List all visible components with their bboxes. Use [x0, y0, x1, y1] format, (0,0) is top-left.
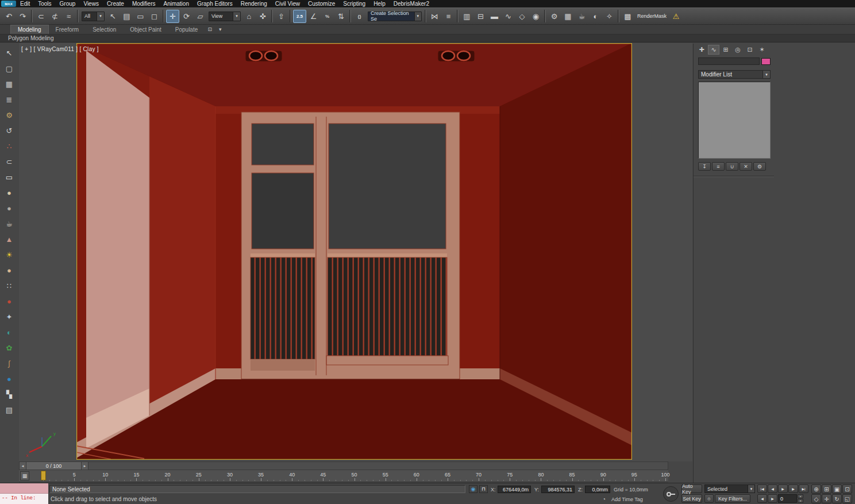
keyboard-shortcut-override-icon[interactable]: ⇧	[275, 10, 288, 23]
play-animation-button[interactable]: ▶	[778, 484, 788, 493]
spinner-down-icon[interactable]: ▾	[798, 499, 803, 503]
sun-icon[interactable]: ☀	[2, 248, 16, 261]
redo-icon[interactable]: ↷	[16, 10, 29, 23]
grid-icon[interactable]: ▦	[2, 77, 16, 91]
key-mode-toggle[interactable]: ○	[704, 494, 714, 503]
previous-frame-button[interactable]: ◀	[768, 484, 777, 493]
x-coordinate-field[interactable]: 676449,0m	[498, 486, 531, 493]
menu-animation[interactable]: Animation	[159, 0, 192, 7]
object-name-field[interactable]	[698, 57, 760, 65]
render-production-icon[interactable]: ☕	[575, 10, 588, 23]
document-icon[interactable]: ▤	[2, 403, 16, 417]
undo-icon[interactable]: ↶	[2, 10, 16, 23]
next-frame-button[interactable]: ▶	[788, 484, 798, 493]
next-frame-arrow[interactable]: ►	[82, 462, 88, 470]
utilities-tab-icon[interactable]: ✶	[756, 45, 768, 55]
select-and-move-icon[interactable]: ✛	[166, 10, 179, 23]
selection-lock-toggle[interactable]: ⊓	[479, 485, 488, 493]
tab-modeling[interactable]: Modeling	[10, 25, 49, 34]
spinner-snap-toggle-icon[interactable]: ⇅	[334, 10, 348, 23]
select-cursor-icon[interactable]: ↖	[2, 46, 16, 60]
modifier-list-dropdown[interactable]: Modifier List ▾	[698, 70, 771, 79]
select-by-name-icon[interactable]: ▤	[120, 10, 133, 23]
menu-debrismaker2[interactable]: DebrisMaker2	[390, 0, 433, 7]
reference-coordinate-system-dropdown[interactable]: View▾	[209, 11, 241, 21]
panel-icon[interactable]: ≣	[2, 93, 16, 106]
menu-graph-editors[interactable]: Graph Editors	[193, 0, 237, 7]
rendered-frame-window-icon[interactable]: ▦	[561, 10, 575, 23]
mirror-icon[interactable]: ⋈	[428, 10, 441, 23]
sphere-tan-icon[interactable]: ●	[2, 263, 16, 277]
named-selection-sets-dropdown[interactable]: Create Selection Se▾	[368, 11, 422, 21]
window-icon[interactable]: ▢	[2, 61, 16, 75]
environment-icon[interactable]: ✧	[603, 10, 616, 23]
near-wall-object[interactable]	[86, 51, 149, 448]
select-and-scale-icon[interactable]: ▱	[194, 10, 207, 23]
remove-modifier-button[interactable]: ✕	[740, 162, 752, 171]
select-and-manipulate-icon[interactable]: ✜	[256, 10, 269, 23]
mini-curve-editor-button[interactable]: ▦	[20, 471, 29, 480]
menu-tools[interactable]: Tools	[34, 0, 55, 7]
polygon-modeling-panel[interactable]: Polygon Modeling	[0, 34, 855, 43]
rendermask-icon[interactable]: ▩	[621, 10, 634, 23]
rotate-arc-icon[interactable]: ↺	[2, 124, 16, 137]
particles-icon[interactable]: ∷	[2, 279, 16, 293]
go-to-start-button[interactable]: |◀	[757, 484, 767, 493]
menu-group[interactable]: Group	[56, 0, 80, 7]
selection-set-dropdown[interactable]: Selected ▾	[704, 484, 755, 493]
bind-to-space-warp-icon[interactable]: ≈	[62, 10, 75, 23]
chevron-down-icon[interactable]: ▾	[748, 485, 754, 493]
time-slider-handle[interactable]: 0 / 100	[26, 462, 82, 470]
window-crossing-toggle-icon[interactable]: ◻	[148, 10, 161, 23]
viewport-scene[interactable]	[76, 43, 632, 460]
plane-icon[interactable]: ▭	[2, 170, 16, 184]
menu-modifiers[interactable]: Modifiers	[128, 0, 160, 7]
ribbon-toggle-icon[interactable]: ▬	[488, 10, 501, 23]
next-key-button[interactable]: ▶	[768, 494, 777, 503]
app-logo[interactable]: MAX	[1, 1, 16, 7]
current-time-marker[interactable]	[41, 471, 46, 480]
y-coordinate-field[interactable]: 984576,31	[541, 486, 575, 493]
ribbon-minimize-icon[interactable]: ▾	[215, 25, 225, 33]
rectangular-selection-region-icon[interactable]: ▭	[134, 10, 147, 23]
previous-key-button[interactable]: ◀	[757, 494, 767, 503]
add-time-tag-button[interactable]: Add Time Tag	[611, 497, 643, 502]
time-slider-track[interactable]	[88, 462, 668, 470]
menu-customize[interactable]: Customize	[304, 0, 339, 7]
menu-civil-view[interactable]: Civil View	[271, 0, 304, 7]
sphere-red-icon[interactable]: ●	[2, 294, 16, 308]
teapot-icon[interactable]: ☕	[2, 217, 16, 230]
sphere-blue-icon[interactable]: ●	[2, 372, 16, 386]
scene-explorer-icon[interactable]: ▥	[460, 10, 473, 23]
percent-snap-toggle-icon[interactable]: %	[321, 10, 334, 23]
menu-help[interactable]: Help	[369, 0, 390, 7]
spinner-up-icon[interactable]: ▴	[798, 494, 803, 498]
display-tab-icon[interactable]: ⊡	[744, 45, 756, 55]
render-setup-icon[interactable]: ⚙	[548, 10, 561, 23]
tab-freeform[interactable]: Freeform	[49, 25, 86, 34]
tab-populate[interactable]: Populate	[168, 25, 205, 34]
layer-explorer-icon[interactable]: ⊟	[474, 10, 487, 23]
cone-icon[interactable]: ▲	[2, 232, 16, 246]
unlink-selection-icon[interactable]: ⊄	[48, 10, 61, 23]
zoom-all-icon[interactable]: ⊞	[822, 484, 831, 494]
link-icon[interactable]: ⊂	[2, 155, 16, 168]
chevron-down-icon[interactable]: ▾	[762, 71, 770, 78]
pin-stack-button[interactable]: ↧	[698, 162, 711, 171]
ribbon-panel-options-icon[interactable]: ⊡	[205, 25, 214, 33]
hierarchy-tab-icon[interactable]: ⊞	[720, 45, 731, 55]
zoom-extents-all-icon[interactable]: ⊡	[842, 484, 852, 494]
zoom-extents-icon[interactable]: ▣	[832, 484, 842, 494]
maximize-viewport-toggle-icon[interactable]: ◱	[842, 494, 852, 503]
set-keys-button[interactable]	[663, 486, 679, 502]
menu-views[interactable]: Views	[79, 0, 103, 7]
field-of-view-icon[interactable]: ◇	[811, 494, 821, 503]
maxscript-mini-listener[interactable]: -- In line:	[0, 483, 48, 504]
orbit-icon[interactable]: ↻	[832, 494, 842, 503]
spray-icon[interactable]: ✦	[2, 310, 16, 324]
key-filters-button[interactable]: Key Filters...	[715, 494, 750, 503]
modify-tab-icon[interactable]: ∿	[708, 45, 719, 55]
configure-modifier-sets-button[interactable]: ⚙	[753, 162, 766, 171]
select-object-icon[interactable]: ↖	[106, 10, 120, 23]
create-tab-icon[interactable]: ✚	[696, 45, 707, 55]
